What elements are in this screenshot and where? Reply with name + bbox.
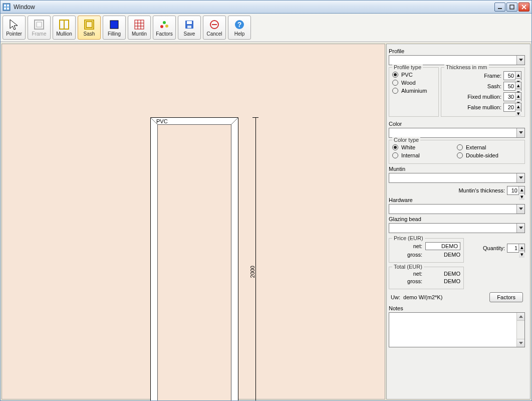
properties-panel: Profile Profile type PVC Wood Aluminium … bbox=[386, 44, 530, 399]
factors-button-side[interactable]: Factors bbox=[489, 292, 523, 302]
sash-button[interactable]: Sash bbox=[78, 16, 101, 40]
svg-rect-2 bbox=[7, 5, 9, 7]
color-type-legend: Color type bbox=[392, 137, 420, 143]
frame-icon bbox=[33, 19, 45, 30]
hardware-select[interactable] bbox=[389, 204, 525, 214]
thickness-legend: Thickness in mm bbox=[444, 64, 489, 70]
total-gross-value: DEMO bbox=[425, 278, 460, 284]
thickness-fixed-input[interactable]: 30▴▾ bbox=[503, 92, 521, 101]
frame-button[interactable]: Frame bbox=[28, 16, 51, 40]
save-icon bbox=[183, 19, 195, 30]
dimension-height-value: 2000 bbox=[249, 266, 255, 278]
quantity-input[interactable]: 1▴▾ bbox=[507, 244, 525, 253]
svg-rect-4 bbox=[7, 8, 9, 10]
thickness-sash-input[interactable]: 50▴▾ bbox=[503, 82, 521, 91]
scroll-up-icon[interactable] bbox=[517, 313, 524, 321]
pointer-icon bbox=[8, 19, 20, 30]
thickness-false-input[interactable]: 20▴▾ bbox=[503, 103, 521, 112]
muntin-thickness-input[interactable]: 10▴▾ bbox=[507, 186, 525, 195]
window-frame-drawing[interactable]: PVC bbox=[150, 117, 238, 400]
muntin-label: Muntin bbox=[389, 166, 525, 172]
svg-rect-8 bbox=[37, 22, 42, 27]
factors-button[interactable]: Factors bbox=[153, 16, 176, 40]
total-legend: Total (EUR) bbox=[392, 264, 424, 270]
muntin-select[interactable] bbox=[389, 173, 525, 183]
dropdown-arrow-icon bbox=[516, 224, 524, 233]
profile-type-legend: Profile type bbox=[392, 64, 423, 70]
glazing-label: Glazing bead bbox=[389, 216, 525, 222]
svg-rect-1 bbox=[4, 5, 6, 7]
cancel-icon bbox=[208, 19, 220, 30]
price-legend: Price (EUR) bbox=[392, 235, 425, 241]
close-button[interactable] bbox=[518, 3, 529, 12]
mullion-icon bbox=[58, 19, 70, 30]
color-select[interactable] bbox=[389, 128, 525, 138]
profile-select[interactable] bbox=[389, 55, 525, 65]
notes-textarea[interactable] bbox=[389, 312, 525, 347]
color-type-external[interactable]: External bbox=[457, 144, 521, 150]
svg-point-20 bbox=[163, 21, 166, 24]
filling-icon bbox=[108, 19, 120, 30]
help-button[interactable]: ? Help bbox=[228, 16, 251, 40]
svg-rect-12 bbox=[86, 22, 92, 28]
muntin-button[interactable]: Muntin bbox=[128, 16, 151, 40]
cancel-button[interactable]: Cancel bbox=[203, 16, 226, 40]
glazing-select[interactable] bbox=[389, 223, 525, 233]
thickness-frame-input[interactable]: 50▴▾ bbox=[503, 71, 521, 80]
color-type-internal[interactable]: Internal bbox=[392, 152, 457, 158]
filling-button[interactable]: Filling bbox=[103, 16, 126, 40]
uw-display: Uw: demo W/(m2*K) bbox=[391, 294, 442, 300]
maximize-button[interactable] bbox=[506, 3, 517, 12]
svg-rect-13 bbox=[110, 21, 118, 29]
svg-rect-7 bbox=[35, 20, 44, 29]
dropdown-arrow-icon bbox=[516, 173, 524, 182]
svg-rect-3 bbox=[4, 8, 6, 10]
save-button[interactable]: Save bbox=[178, 16, 201, 40]
dropdown-arrow-icon bbox=[516, 128, 524, 137]
app-window: Window Pointer Frame Mullion Sash Fillin… bbox=[0, 0, 532, 401]
profile-type-pvc[interactable]: PVC bbox=[392, 72, 435, 78]
titlebar: Window bbox=[1, 1, 531, 14]
muntin-icon bbox=[133, 19, 145, 30]
profile-type-aluminium[interactable]: Aluminium bbox=[392, 88, 435, 94]
drawing-canvas[interactable]: PVC 2000 600 bbox=[2, 44, 385, 399]
price-gross-value: DEMO bbox=[425, 252, 460, 258]
help-icon: ? bbox=[233, 19, 245, 30]
color-label: Color bbox=[389, 121, 525, 127]
app-icon bbox=[3, 3, 11, 11]
svg-rect-5 bbox=[498, 8, 502, 9]
svg-line-30 bbox=[231, 117, 238, 124]
factors-icon bbox=[158, 19, 170, 30]
window-title: Window bbox=[14, 4, 493, 11]
price-net-value: DEMO bbox=[425, 242, 460, 250]
svg-rect-23 bbox=[187, 21, 192, 24]
svg-rect-14 bbox=[135, 20, 144, 29]
hardware-label: Hardware bbox=[389, 197, 525, 203]
notes-label: Notes bbox=[389, 305, 525, 311]
total-net-value: DEMO bbox=[425, 271, 460, 277]
color-type-double[interactable]: Double-sided bbox=[457, 152, 521, 158]
notes-scrollbar[interactable] bbox=[516, 313, 524, 347]
color-type-white[interactable]: White bbox=[392, 144, 457, 150]
sash-icon bbox=[83, 19, 95, 30]
frame-material-label: PVC bbox=[156, 118, 168, 124]
dropdown-arrow-icon bbox=[516, 56, 524, 65]
toolbar: Pointer Frame Mullion Sash Filling Munti… bbox=[1, 14, 531, 42]
svg-point-21 bbox=[165, 25, 168, 28]
svg-rect-24 bbox=[187, 26, 191, 28]
svg-text:?: ? bbox=[237, 21, 242, 29]
profile-label: Profile bbox=[389, 48, 525, 54]
svg-point-19 bbox=[160, 25, 163, 28]
profile-type-wood[interactable]: Wood bbox=[392, 80, 435, 86]
dimension-vertical: 2000 bbox=[252, 117, 259, 400]
dropdown-arrow-icon bbox=[516, 205, 524, 214]
scroll-down-icon[interactable] bbox=[517, 339, 524, 347]
minimize-button[interactable] bbox=[494, 3, 505, 12]
mullion-button[interactable]: Mullion bbox=[53, 16, 76, 40]
window-controls bbox=[493, 3, 529, 12]
pointer-button[interactable]: Pointer bbox=[3, 16, 26, 40]
svg-rect-6 bbox=[510, 5, 514, 9]
